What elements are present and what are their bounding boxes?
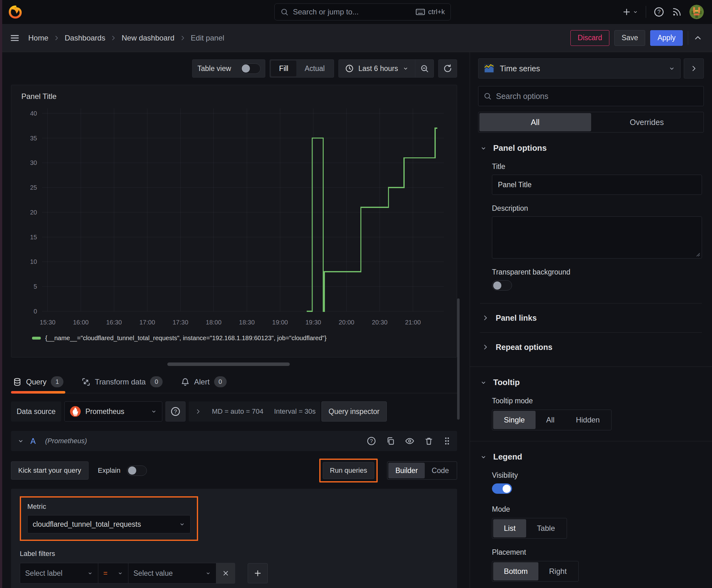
refresh-button[interactable]: [438, 59, 457, 78]
tab-query[interactable]: Query 1: [11, 376, 65, 393]
tab-overrides[interactable]: Overrides: [591, 113, 703, 131]
caret-down-icon: [480, 145, 487, 152]
options-search-placeholder: Search options: [496, 92, 548, 101]
operator-dropdown[interactable]: =: [98, 563, 128, 584]
description-textarea[interactable]: [492, 216, 702, 258]
options-search[interactable]: Search options: [478, 86, 704, 106]
duplicate-query-icon[interactable]: [386, 437, 395, 445]
code-option[interactable]: Code: [425, 463, 456, 478]
query-editor-header[interactable]: A (Prometheus) ?: [11, 431, 457, 451]
window-edge: [0, 0, 2, 588]
keyboard-icon: [416, 8, 425, 16]
legend-placement-right[interactable]: Right: [538, 562, 577, 581]
time-range-picker[interactable]: Last 6 hours: [339, 60, 415, 77]
transparent-bg-toggle[interactable]: [492, 280, 512, 291]
panel-options-header[interactable]: Panel options: [480, 143, 702, 153]
tooltip-single-option[interactable]: Single: [493, 411, 536, 429]
repeat-options-section-header[interactable]: Repeat options: [480, 333, 702, 361]
panel-toolbar: Table view Fill Actual Last 6 hours: [0, 52, 470, 85]
label-filters-label: Label filters: [20, 550, 448, 558]
builder-option[interactable]: Builder: [388, 463, 425, 478]
tooltip-all-option[interactable]: All: [536, 411, 565, 429]
table-view-toggle[interactable]: [240, 63, 261, 74]
zoom-out-button[interactable]: [415, 59, 434, 78]
select-label-dropdown[interactable]: Select label: [20, 563, 98, 584]
legend-label[interactable]: {__name__="cloudflared_tunnel_total_requ…: [45, 335, 326, 342]
legend-visibility-toggle[interactable]: [492, 483, 512, 494]
pane-resize-handle[interactable]: [167, 362, 290, 366]
grafana-logo[interactable]: [8, 5, 23, 19]
add-filter-button[interactable]: [248, 563, 268, 583]
metric-select[interactable]: cloudflared_tunnel_total_requests: [27, 515, 191, 533]
panel-preview[interactable]: Panel Title 051015202530354015:3016:0016…: [11, 85, 457, 357]
explain-toggle[interactable]: [127, 465, 147, 476]
svg-text:30: 30: [30, 159, 37, 166]
explain-label: Explain: [98, 466, 121, 475]
chevron-right-icon: [195, 408, 201, 415]
visualization-picker[interactable]: Time series: [478, 58, 681, 79]
query-actions-row: Kick start your query Explain Run querie…: [11, 459, 457, 482]
tab-transform-data[interactable]: Transform data 0: [80, 376, 165, 393]
breadcrumb-new-dashboard[interactable]: New dashboard: [122, 34, 174, 42]
svg-text:16:30: 16:30: [106, 319, 122, 326]
svg-text:15:30: 15:30: [40, 319, 56, 326]
legend-header[interactable]: Legend: [480, 452, 702, 462]
menu-icon[interactable]: [9, 33, 20, 43]
chart-legend[interactable]: {__name__="cloudflared_tunnel_total_requ…: [17, 335, 451, 342]
discard-button[interactable]: Discard: [570, 30, 609, 46]
select-value-dropdown[interactable]: Select value: [128, 563, 216, 584]
save-button[interactable]: Save: [614, 30, 645, 46]
title-field-label: Title: [492, 162, 702, 171]
toggle-viz-picker-button[interactable]: [684, 58, 704, 79]
add-menu-button[interactable]: [622, 7, 638, 17]
visibility-label: Visibility: [492, 471, 702, 480]
actual-option[interactable]: Actual: [296, 61, 333, 76]
time-range-group: Last 6 hours: [339, 59, 434, 78]
delete-query-icon[interactable]: [425, 437, 433, 445]
search-icon: [280, 8, 288, 16]
svg-text:15: 15: [30, 234, 37, 240]
legend-mode-list[interactable]: List: [493, 519, 526, 538]
timeseries-viz-icon: [483, 63, 495, 74]
svg-text:5: 5: [34, 283, 37, 290]
panel-title-input[interactable]: [492, 175, 702, 195]
tooltip-hidden-option[interactable]: Hidden: [565, 411, 610, 429]
tooltip-header[interactable]: Tooltip: [480, 378, 702, 387]
kick-start-button[interactable]: Kick start your query: [11, 461, 88, 480]
panel-links-section-header[interactable]: Panel links: [480, 303, 702, 332]
query-help-icon[interactable]: ?: [367, 436, 376, 446]
tooltip-mode-label: Tooltip mode: [492, 397, 702, 405]
global-search[interactable]: Search or jump to... ctrl+k: [274, 3, 451, 20]
resize-corner-icon[interactable]: [695, 252, 700, 257]
news-rss-button[interactable]: [672, 7, 682, 17]
fill-option[interactable]: Fill: [271, 61, 296, 76]
legend-mode-table[interactable]: Table: [526, 519, 565, 538]
query-datasource-hint: (Prometheus): [45, 437, 87, 445]
fill-actual-segmented: Fill Actual: [270, 59, 334, 78]
tab-alert[interactable]: Alert 0: [179, 376, 228, 393]
breadcrumb-home[interactable]: Home: [28, 34, 48, 42]
apply-button[interactable]: Apply: [650, 30, 683, 46]
query-inspector-button[interactable]: Query inspector: [322, 401, 387, 422]
legend-section: Legend Visibility Mode List Table Placem…: [478, 441, 704, 588]
timeseries-chart[interactable]: 051015202530354015:3016:0016:3017:0017:3…: [17, 103, 450, 334]
legend-placement-bottom[interactable]: Bottom: [493, 562, 538, 581]
caret-down-icon: [17, 438, 24, 444]
datasource-picker[interactable]: Prometheus: [64, 401, 162, 422]
explain-control: Explain: [98, 465, 151, 476]
help-button[interactable]: ?: [654, 6, 664, 17]
breadcrumb-dashboards[interactable]: Dashboards: [65, 34, 105, 42]
run-queries-button[interactable]: Run queries: [323, 462, 374, 479]
datasource-help-button[interactable]: ?: [166, 401, 186, 422]
user-avatar[interactable]: [689, 5, 704, 19]
drag-query-grip-icon[interactable]: [443, 437, 451, 445]
metric-value: cloudflared_tunnel_total_requests: [33, 520, 179, 529]
left-pane-scrollbar[interactable]: [457, 298, 459, 420]
collapse-options-button[interactable]: [693, 33, 703, 43]
table-view-group: Table view: [192, 59, 265, 78]
query-options-collapsed[interactable]: MD = auto = 704 Interval = 30s: [189, 401, 320, 422]
toggle-visibility-icon[interactable]: [405, 436, 414, 446]
remove-filter-button[interactable]: [216, 563, 235, 584]
tab-all[interactable]: All: [479, 113, 591, 131]
legend-mode-segmented: List Table: [492, 518, 567, 539]
